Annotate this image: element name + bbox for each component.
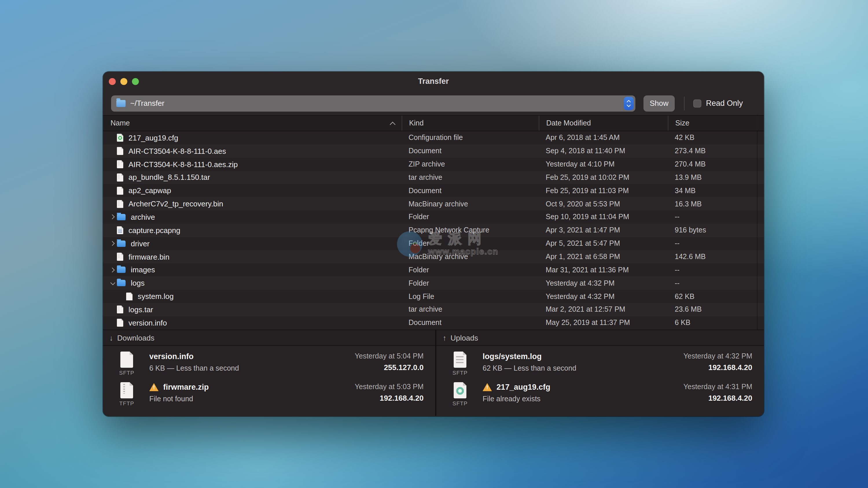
file-row[interactable]: logs.tar tar archive Mar 2, 2021 at 12:5… <box>103 303 764 316</box>
file-row[interactable]: version.info Document May 25, 2019 at 11… <box>103 316 764 330</box>
transfer-row[interactable]: SFTP 217_aug19.cfg File already exists Y… <box>447 382 758 406</box>
file-date-modified: Yesterday at 4:10 PM <box>539 160 668 168</box>
disclosure-toggle <box>108 305 117 314</box>
folder-icon <box>117 214 126 220</box>
file-row[interactable]: AIR-CT3504-K-8-8-111-0.aes Document Sep … <box>103 144 764 158</box>
zip-file-icon <box>120 382 133 398</box>
list-header: Name Kind Date Modified Size <box>103 116 764 131</box>
column-date-label: Date Modified <box>546 119 591 127</box>
column-header-end <box>757 116 764 131</box>
transfer-file-name: 217_aug19.cfg <box>496 383 550 391</box>
window-title: Transfer <box>103 77 764 86</box>
show-button[interactable]: Show <box>644 95 675 111</box>
read-only-checkbox[interactable] <box>693 99 701 107</box>
upload-arrow-icon: ↑ <box>443 333 446 342</box>
disclosure-toggle <box>108 199 117 208</box>
disclosure-toggle[interactable] <box>108 266 117 274</box>
disclosure-toggle <box>108 147 117 156</box>
file-kind: Document <box>402 319 539 327</box>
zip-file-icon <box>117 200 123 208</box>
transfer-status: 62 KB — Less than a second <box>483 364 576 372</box>
file-size: -- <box>668 279 764 287</box>
file-size: 270.4 MB <box>668 160 764 168</box>
transfer-row[interactable]: SFTP logs/system.log 62 KB — Less than a… <box>447 352 758 376</box>
read-only-label: Read Only <box>706 99 743 107</box>
disclosure-toggle[interactable] <box>108 279 117 287</box>
protocol-label: SFTP <box>119 369 134 376</box>
column-header-kind[interactable]: Kind <box>402 116 539 131</box>
file-kind: ZIP archive <box>402 160 539 168</box>
file-size: -- <box>668 266 764 274</box>
uploads-pane: ↑ Uploads SFTP logs/system.log 62 KB — L… <box>436 330 764 416</box>
disclosure-toggle <box>118 292 126 301</box>
file-kind: Document <box>402 147 539 155</box>
file-size: 23.6 MB <box>668 305 764 314</box>
file-row[interactable]: logs Folder Yesterday at 4:32 PM -- <box>103 277 764 290</box>
disclosure-toggle <box>108 187 117 195</box>
zip-file-icon <box>117 305 123 314</box>
column-header-name[interactable]: Name <box>103 116 402 131</box>
file-date-modified: Sep 4, 2018 at 11:40 PM <box>539 147 668 155</box>
file-date-modified: Apr 6, 2018 at 1:45 AM <box>539 134 668 142</box>
file-kind: Pcapng Network Capture <box>402 226 539 234</box>
path-field[interactable]: ~/Transfer <box>111 95 636 111</box>
transfer-file-name: logs/system.log <box>483 352 541 361</box>
disclosure-toggle[interactable] <box>108 213 117 222</box>
titlebar[interactable]: Transfer <box>103 72 764 91</box>
file-kind: MacBinary archive <box>402 200 539 208</box>
file-row[interactable]: images Folder Mar 31, 2021 at 11:36 PM -… <box>103 263 764 277</box>
column-header-date-modified[interactable]: Date Modified <box>539 116 668 131</box>
file-row[interactable]: system.log Log File Yesterday at 4:32 PM… <box>103 290 764 303</box>
transfer-row[interactable]: SFTP version.info 6 KB — Less than a sec… <box>114 352 429 376</box>
warning-icon <box>149 383 159 391</box>
file-date-modified: Sep 10, 2019 at 11:04 PM <box>539 213 668 221</box>
transfer-file-name: firwmare.zip <box>163 383 209 391</box>
sort-ascending-icon <box>390 122 396 127</box>
column-header-size[interactable]: Size <box>668 116 757 131</box>
doc-file-icon <box>117 319 123 327</box>
file-size: 42 KB <box>668 134 764 142</box>
transfer-status: File not found <box>149 395 209 403</box>
file-row[interactable]: capture.pcapng Pcapng Network Capture Ap… <box>103 224 764 237</box>
file-name: 217_aug19.cfg <box>128 134 178 142</box>
downloads-pane: ↓ Downloads SFTP version.info 6 KB — Les… <box>103 330 435 416</box>
file-row[interactable]: ArcherC7v2_tp_recovery.bin MacBinary arc… <box>103 197 764 210</box>
file-name: system.log <box>138 292 174 301</box>
uploads-title: Uploads <box>451 333 478 342</box>
zip-file-icon <box>117 253 123 261</box>
file-kind: Folder <box>402 279 539 287</box>
transfer-row[interactable]: TFTP firwmare.zip File not found Yesterd… <box>114 382 429 406</box>
doc-file-icon <box>117 187 123 195</box>
file-date-modified: Yesterday at 4:32 PM <box>539 292 668 300</box>
file-size: 13.9 MB <box>668 173 764 182</box>
column-size-label: Size <box>675 119 689 127</box>
disclosure-toggle <box>108 252 117 261</box>
file-size: 62 KB <box>668 292 764 300</box>
file-row[interactable]: ap2_capwap Document Feb 25, 2019 at 11:0… <box>103 184 764 197</box>
zip-file-icon <box>117 160 123 168</box>
uploads-header: ↑ Uploads <box>436 330 764 346</box>
file-name: images <box>131 266 155 274</box>
file-row[interactable]: AIR-CT3504-K-8-8-111-0.aes.zip ZIP archi… <box>103 158 764 171</box>
warning-icon <box>483 383 492 391</box>
path-text: ~/Transfer <box>130 99 164 107</box>
file-size: 6 KB <box>668 319 764 327</box>
protocol-label: SFTP <box>453 400 468 406</box>
file-row[interactable]: ap_bundle_8.5.1.150.tar tar archive Feb … <box>103 171 764 184</box>
disclosure-toggle <box>108 160 117 168</box>
file-row[interactable]: firmware.bin MacBinary archive Apr 1, 20… <box>103 250 764 263</box>
path-stepper[interactable] <box>623 97 633 110</box>
cfg-file-icon <box>454 382 466 398</box>
disclosure-toggle[interactable] <box>108 239 117 248</box>
file-row[interactable]: 217_aug19.cfg Configuration file Apr 6, … <box>103 131 764 144</box>
file-name: ap2_capwap <box>128 187 171 195</box>
file-size: 34 MB <box>668 187 764 195</box>
file-name: archive <box>131 213 155 222</box>
file-row[interactable]: driver Folder Apr 5, 2021 at 5:47 PM -- <box>103 237 764 250</box>
file-name: firmware.bin <box>128 252 169 261</box>
file-row[interactable]: archive Folder Sep 10, 2019 at 11:04 PM … <box>103 210 764 224</box>
file-name: version.info <box>128 318 167 327</box>
transfer-time: Yesterday at 5:03 PM <box>355 383 424 391</box>
column-name-label: Name <box>111 119 130 127</box>
protocol-label: TFTP <box>119 400 134 406</box>
